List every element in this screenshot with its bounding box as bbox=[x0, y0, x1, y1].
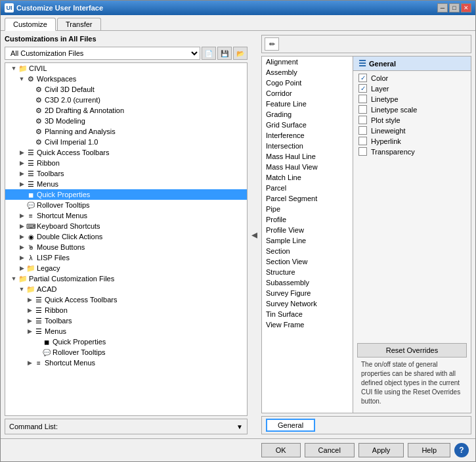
checkbox-plotstyle[interactable] bbox=[358, 116, 367, 124]
keyboard-icon: ⌨ bbox=[26, 221, 35, 231]
minimize-button[interactable]: ─ bbox=[437, 3, 448, 12]
obj-featureline[interactable]: Feature Line bbox=[262, 99, 353, 109]
checkbox-hyperlink[interactable] bbox=[358, 137, 367, 145]
prop-layer[interactable]: Layer bbox=[358, 84, 465, 93]
tab-transfer[interactable]: Transfer bbox=[57, 18, 101, 30]
obj-corridor[interactable]: Corridor bbox=[262, 88, 353, 99]
obj-subassembly[interactable]: Subassembly bbox=[262, 277, 353, 288]
partial-folder-icon bbox=[18, 274, 28, 283]
tree-item-imperial[interactable]: Civil Imperial 1.0 bbox=[5, 137, 247, 147]
tree-item-dblclick1[interactable]: ▶ ◉ Double Click Actions bbox=[5, 231, 247, 242]
obj-profileview[interactable]: Profile View bbox=[262, 225, 353, 235]
file-toolbar: All Customization Files 📄 💾 📂 bbox=[5, 47, 248, 60]
tree-item-rollover1[interactable]: 💬 Rollover Tooltips bbox=[5, 200, 247, 210]
list-icon4 bbox=[34, 316, 43, 325]
checkbox-color[interactable] bbox=[358, 74, 367, 82]
help-icon-button[interactable]: ? bbox=[454, 443, 469, 457]
tree-item-menus2[interactable]: ▶ Menus bbox=[5, 326, 247, 336]
close-button[interactable]: ✕ bbox=[461, 3, 471, 12]
obj-surveyfigure[interactable]: Survey Figure bbox=[262, 288, 353, 298]
prop-linetypescale-label: Linetype scale bbox=[371, 106, 417, 114]
ok-button[interactable]: OK bbox=[261, 443, 301, 457]
obj-section[interactable]: Section bbox=[262, 246, 353, 256]
tree-item-shortcut2[interactable]: ▶ ≡ Shortcut Menus bbox=[5, 358, 247, 368]
obj-assembly[interactable]: Assembly bbox=[262, 67, 353, 78]
tree-item-lisp1[interactable]: ▶ λ LISP Files bbox=[5, 252, 247, 263]
prop-transparency[interactable]: Transparency bbox=[358, 147, 465, 156]
checkbox-lineweight[interactable] bbox=[358, 126, 367, 135]
dblclick-icon: ◉ bbox=[26, 232, 35, 241]
obj-parcel[interactable]: Parcel bbox=[262, 183, 353, 193]
obj-grading[interactable]: Grading bbox=[262, 109, 353, 120]
tree-item-3dmod[interactable]: 3D Modeling bbox=[5, 116, 247, 126]
prop-linetype[interactable]: Linetype bbox=[358, 95, 465, 103]
left-panel-label: Customizations in All Files bbox=[5, 35, 248, 43]
obj-parcelsegment[interactable]: Parcel Segment bbox=[262, 193, 353, 204]
obj-tinsurface[interactable]: Tin Surface bbox=[262, 309, 353, 319]
tree-item-menus1[interactable]: ▶ Menus bbox=[5, 179, 247, 189]
tree-item-quickaccess1[interactable]: ▶ Quick Access Toolbars bbox=[5, 147, 247, 158]
checkbox-layer[interactable] bbox=[358, 84, 367, 93]
tree-item-quickprops2[interactable]: ◼ Quick Properties bbox=[5, 336, 247, 347]
tree-container[interactable]: ▼ CIVIL ▼ Workspaces Civil 3D Default bbox=[5, 62, 248, 416]
obj-alignment[interactable]: Alignment bbox=[262, 57, 353, 67]
command-list-bar[interactable]: Command List: ▼ bbox=[5, 419, 248, 434]
tree-item-workspaces[interactable]: ▼ Workspaces bbox=[5, 74, 247, 84]
checkbox-linetype[interactable] bbox=[358, 95, 367, 103]
obj-surveynetwork[interactable]: Survey Network bbox=[262, 298, 353, 309]
checkbox-transparency[interactable] bbox=[358, 147, 367, 156]
obj-structure[interactable]: Structure bbox=[262, 267, 353, 277]
tree-item-drafting[interactable]: 2D Drafting & Annotation bbox=[5, 105, 247, 116]
obj-viewframe[interactable]: View Frame bbox=[262, 319, 353, 330]
tree-item-civil3d[interactable]: Civil 3D Default bbox=[5, 84, 247, 95]
obj-sectionview[interactable]: Section View bbox=[262, 256, 353, 267]
tab-customize[interactable]: Customize bbox=[5, 18, 56, 31]
obj-interference[interactable]: Interference bbox=[262, 130, 353, 141]
maximize-button[interactable]: □ bbox=[449, 3, 460, 12]
object-list[interactable]: Alignment Assembly Cogo Point Corridor F… bbox=[261, 56, 353, 413]
tree-item-shortcut1[interactable]: ▶ ≡ Shortcut Menus bbox=[5, 210, 247, 221]
tree-item-c3d20[interactable]: C3D 2.0 (current) bbox=[5, 95, 247, 105]
obj-masshaulview[interactable]: Mass Haul View bbox=[262, 162, 353, 172]
obj-matchline[interactable]: Match Line bbox=[262, 172, 353, 183]
prop-hyperlink[interactable]: Hyperlink bbox=[358, 137, 465, 145]
obj-gridsurface[interactable]: Grid Surface bbox=[262, 120, 353, 130]
tree-item-ribbon1[interactable]: ▶ Ribbon bbox=[5, 158, 247, 168]
prop-lineweight[interactable]: Lineweight bbox=[358, 126, 465, 135]
load-button[interactable]: 📂 bbox=[233, 47, 248, 60]
obj-intersection[interactable]: Intersection bbox=[262, 141, 353, 151]
tree-item-rollover2[interactable]: 💬 Rollover Tooltips bbox=[5, 347, 247, 358]
obj-pipe[interactable]: Pipe bbox=[262, 204, 353, 214]
right-toolbar: ✏ bbox=[261, 35, 471, 53]
obj-sampleline[interactable]: Sample Line bbox=[262, 235, 353, 246]
general-button[interactable]: General bbox=[266, 419, 315, 432]
file-select[interactable]: All Customization Files bbox=[5, 47, 200, 60]
cancel-button[interactable]: Cancel bbox=[305, 443, 355, 457]
prop-color[interactable]: Color bbox=[358, 74, 465, 82]
apply-button[interactable]: Apply bbox=[358, 443, 404, 457]
tree-item-toolbars1[interactable]: ▶ Toolbars bbox=[5, 168, 247, 179]
tree-item-mouse1[interactable]: ▶ 🖱 Mouse Buttons bbox=[5, 242, 247, 252]
save-button[interactable]: 💾 bbox=[217, 47, 232, 60]
prop-linetypescale[interactable]: Linetype scale bbox=[358, 105, 465, 114]
obj-profile[interactable]: Profile bbox=[262, 214, 353, 225]
tree-item-planning[interactable]: Planning and Analysis bbox=[5, 126, 247, 137]
tree-item-quickaccess2[interactable]: ▶ Quick Access Toolbars bbox=[5, 294, 247, 305]
obj-masshaulline[interactable]: Mass Haul Line bbox=[262, 151, 353, 162]
tree-item-partial[interactable]: ▼ Partial Customization Files bbox=[5, 273, 247, 284]
tree-item-ribbon2[interactable]: ▶ Ribbon bbox=[5, 305, 247, 315]
tree-item-quickprops1[interactable]: ◼ Quick Properties bbox=[5, 189, 247, 200]
tree-item-civil[interactable]: ▼ CIVIL bbox=[5, 63, 247, 74]
help-button[interactable]: Help bbox=[408, 443, 450, 457]
new-file-button[interactable]: 📄 bbox=[202, 47, 216, 60]
prop-plotstyle[interactable]: Plot style bbox=[358, 116, 465, 124]
tree-item-keyboard1[interactable]: ▶ ⌨ Keyboard Shortcuts bbox=[5, 221, 247, 231]
tree-item-toolbars2[interactable]: ▶ Toolbars bbox=[5, 315, 247, 326]
edit-button[interactable]: ✏ bbox=[265, 37, 279, 51]
checkbox-linetypescale[interactable] bbox=[358, 105, 367, 114]
tree-item-acad[interactable]: ▼ ACAD bbox=[5, 284, 247, 294]
reset-overrides-button[interactable]: Reset Overrides bbox=[357, 343, 467, 358]
obj-cogopoint[interactable]: Cogo Point bbox=[262, 78, 353, 88]
tree-item-legacy1[interactable]: ▶ Legacy bbox=[5, 263, 247, 273]
prop-layer-label: Layer bbox=[371, 85, 389, 93]
